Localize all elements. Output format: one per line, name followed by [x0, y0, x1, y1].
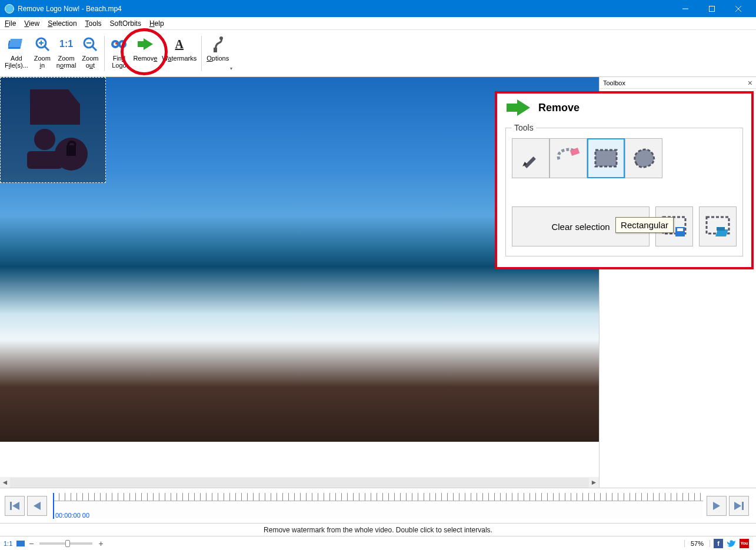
timeline-band[interactable]	[53, 501, 703, 519]
options-dropdown-arrow[interactable]: ▾	[230, 66, 232, 71]
status-bar: 1:1 − + 57% f You	[0, 536, 756, 550]
window-title: Remove Logo Now! - Beach.mp4	[18, 5, 672, 13]
work-area: Toolbox × Remove Tools	[0, 77, 756, 477]
toolbox-header: Remove	[505, 98, 743, 117]
menu-bar: File View Selection Tools SoftOrbits Hel…	[0, 17, 756, 30]
skip-start-icon	[9, 500, 21, 512]
menu-softorbits[interactable]: SoftOrbits	[110, 19, 141, 28]
svg-point-17	[115, 42, 118, 45]
svg-rect-42	[742, 502, 744, 510]
svg-point-20	[219, 36, 223, 40]
maximize-button[interactable]	[698, 0, 725, 17]
eraser-lasso-tool[interactable]	[549, 138, 587, 178]
toolbar-separator	[104, 36, 105, 71]
zoom-plus[interactable]: +	[98, 539, 103, 548]
zoom-normal-button[interactable]: 1:1 Zoomnormal	[54, 34, 79, 75]
zoom-normal-icon: 1:1	[57, 35, 76, 54]
zoom-minus[interactable]: −	[29, 539, 34, 548]
options-button[interactable]: Options ▾	[204, 34, 231, 75]
svg-marker-40	[713, 502, 720, 510]
add-files-button[interactable]: AddFile(s)...	[2, 34, 31, 75]
zoom-thumb[interactable]	[65, 540, 70, 547]
main-toolbar: AddFile(s)... Zoomin 1:1 Zoomnormal Zoom…	[0, 30, 756, 77]
next-frame-icon	[711, 500, 722, 512]
remove-button[interactable]: Remove	[131, 34, 159, 75]
svg-marker-41	[734, 502, 741, 510]
rectangular-tooltip: Rectangular	[615, 217, 674, 233]
tools-legend: Tools	[512, 123, 536, 132]
zoom-out-icon	[81, 35, 99, 54]
prev-frame-icon	[31, 500, 43, 512]
bean-lasso-icon	[631, 146, 657, 170]
app-icon	[5, 4, 14, 14]
social-links: f You	[710, 539, 752, 548]
svg-rect-25	[66, 145, 76, 156]
minimize-button[interactable]	[672, 0, 698, 17]
open-selection-icon	[705, 215, 731, 238]
hint-bar: Remove watermark from the whole video. D…	[0, 523, 756, 536]
timeline-track[interactable]: 00:00:00 00	[53, 493, 703, 519]
next-frame-button[interactable]	[707, 496, 727, 516]
scroll-track[interactable]	[10, 478, 589, 488]
zoom-slider[interactable]	[39, 542, 92, 545]
svg-rect-21	[214, 48, 217, 52]
watermarks-label: Watermarks	[162, 55, 197, 62]
find-logo-button[interactable]: FindLogo	[107, 34, 131, 75]
remove-label: Remove	[133, 55, 157, 62]
find-logo-icon	[109, 35, 128, 54]
rectangular-tool[interactable]	[587, 138, 625, 178]
twitter-icon[interactable]	[727, 539, 736, 548]
svg-marker-38	[12, 502, 19, 510]
watermarks-icon: A	[170, 35, 189, 54]
horizontal-scrollbar[interactable]: ◄ ►	[0, 477, 756, 488]
skip-end-button[interactable]	[729, 496, 749, 516]
zoom-in-icon	[33, 35, 52, 54]
scroll-right-arrow[interactable]: ►	[589, 478, 599, 488]
svg-rect-27	[524, 156, 536, 168]
remove-arrow-icon	[505, 98, 532, 117]
svg-point-18	[122, 42, 125, 45]
timeline-cursor[interactable]	[53, 493, 54, 519]
skip-start-button[interactable]	[5, 496, 25, 516]
watermark-placeholder-icon	[12, 84, 95, 178]
fit-screen-icon[interactable]	[16, 540, 25, 547]
bean-lasso-tool[interactable]	[625, 138, 662, 178]
menu-file[interactable]: File	[5, 19, 16, 28]
timeline-time-label: 00:00:00 00	[55, 512, 89, 519]
svg-rect-33	[677, 228, 683, 231]
svg-marker-19	[138, 38, 153, 50]
prev-frame-button[interactable]	[27, 496, 47, 516]
toolbox-panel-close[interactable]: ×	[748, 78, 752, 88]
pencil-tool[interactable]	[512, 138, 549, 178]
toolbox-panel-title: Toolbox	[603, 79, 748, 86]
watermarks-button[interactable]: A Watermarks	[159, 34, 199, 75]
toolbox-overlay: Remove Tools Clear selection	[495, 91, 754, 269]
tools-fieldset: Tools Clear selection	[505, 123, 743, 256]
facebook-icon[interactable]: f	[714, 539, 723, 548]
title-bar: Remove Logo Now! - Beach.mp4	[0, 0, 756, 17]
menu-view[interactable]: View	[24, 19, 39, 28]
menu-help[interactable]: Help	[149, 19, 164, 28]
youtube-icon[interactable]: You	[740, 539, 749, 548]
close-button[interactable]	[725, 0, 751, 17]
menu-selection[interactable]: Selection	[48, 19, 76, 28]
scrollbar-side-gap	[599, 477, 756, 488]
find-logo-label: FindLogo	[112, 55, 126, 69]
menu-tools[interactable]: Tools	[85, 19, 102, 28]
ratio-label[interactable]: 1:1	[4, 540, 12, 547]
tool-row	[512, 138, 737, 178]
svg-point-22	[34, 129, 55, 150]
timeline-ticks	[53, 493, 703, 501]
open-selection-button[interactable]	[699, 206, 737, 246]
remove-icon	[136, 35, 155, 54]
pencil-icon	[520, 148, 541, 169]
svg-rect-1	[709, 6, 714, 11]
svg-line-11	[92, 46, 96, 51]
scroll-left-arrow[interactable]: ◄	[0, 478, 10, 488]
toolbox-title: Remove	[538, 102, 580, 114]
zoom-out-button[interactable]: Zoomout	[78, 34, 102, 75]
zoom-out-label: Zoomout	[82, 55, 98, 69]
add-files-label: AddFile(s)...	[5, 55, 28, 69]
selection-overlay[interactable]	[0, 77, 106, 183]
zoom-in-button[interactable]: Zoomin	[31, 34, 54, 75]
